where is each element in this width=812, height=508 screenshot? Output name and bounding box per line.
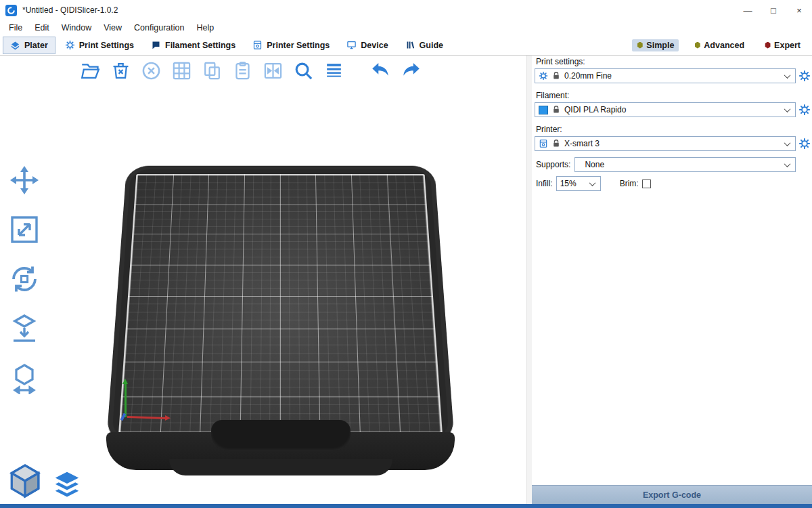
device-icon	[346, 40, 357, 50]
gizmo-toolbar	[7, 163, 42, 396]
rotate-icon	[8, 263, 41, 295]
delete-all-button[interactable]	[139, 59, 162, 82]
chevron-down-icon	[784, 161, 791, 167]
trash-icon	[110, 60, 131, 81]
arrange-button[interactable]	[170, 59, 193, 82]
filament-icon	[151, 40, 161, 50]
menu-view[interactable]: View	[97, 20, 128, 35]
bed-handle	[211, 420, 351, 451]
layer-height-icon	[323, 60, 344, 81]
window-title: *Untitled - QIDISlicer-1.0.2	[22, 5, 118, 15]
close-button[interactable]: ×	[786, 0, 812, 20]
infill-combo[interactable]: 15%	[556, 176, 601, 191]
print-bed-front	[106, 432, 455, 470]
paste-icon	[232, 60, 253, 81]
print-settings-gear-button[interactable]	[798, 70, 811, 82]
print-bed	[106, 166, 455, 444]
sidebar-scrollbar[interactable]	[526, 56, 532, 504]
settings-sidebar: Print settings: 0.20mm Fine Filament: QI…	[532, 56, 812, 504]
viewport-3d-canvas[interactable]	[0, 56, 526, 504]
place-on-face-gizmo-button[interactable]	[7, 311, 42, 346]
search-icon	[293, 60, 314, 81]
bed-handle-lip	[169, 459, 392, 475]
tab-device[interactable]: Device	[339, 37, 395, 54]
mode-expert[interactable]: Expert	[760, 39, 805, 51]
printer-gear-button[interactable]	[798, 137, 811, 150]
view-mode-buttons	[8, 463, 83, 500]
maximize-button[interactable]: □	[761, 0, 786, 20]
plater-toolbar	[78, 59, 422, 82]
chevron-down-icon	[589, 179, 595, 186]
undo-icon	[370, 60, 391, 81]
plater-icon	[10, 40, 20, 50]
mode-advanced[interactable]: Advanced	[690, 39, 749, 51]
infill-value: 15%	[560, 179, 577, 188]
size-icon	[8, 362, 41, 394]
rotate-gizmo-button[interactable]	[7, 261, 42, 297]
gear-icon	[798, 104, 811, 116]
editor-view-button[interactable]	[8, 463, 42, 500]
copy-button[interactable]	[200, 59, 223, 82]
printer-combo[interactable]: X-smart 3	[535, 136, 796, 151]
tab-guide[interactable]: Guide	[398, 37, 451, 54]
mode-switcher: Simple Advanced Expert	[632, 39, 812, 51]
gear-icon	[798, 137, 811, 150]
undo-button[interactable]	[369, 59, 392, 82]
redo-button[interactable]	[399, 59, 422, 82]
app-logo-icon	[5, 5, 17, 16]
filament-gear-button[interactable]	[798, 104, 811, 116]
filament-combo[interactable]: QIDI PLA Rapido	[535, 102, 796, 117]
variable-layer-height-button[interactable]	[322, 59, 345, 82]
search-button[interactable]	[292, 59, 315, 82]
printer-label: Printer:	[536, 125, 812, 134]
menu-file[interactable]: File	[3, 20, 28, 35]
sliced-layers-icon	[51, 469, 83, 500]
advanced-mode-dot-icon	[694, 42, 700, 49]
tab-plater[interactable]: Plater	[3, 37, 55, 54]
split-objects-icon	[263, 60, 284, 81]
menu-edit[interactable]: Edit	[28, 20, 55, 35]
scale-icon	[8, 213, 41, 246]
print-settings-combo[interactable]: 0.20mm Fine	[535, 68, 796, 83]
move-gizmo-button[interactable]	[7, 163, 42, 198]
folder-open-icon	[80, 60, 101, 81]
split-objects-button[interactable]	[261, 59, 284, 82]
filament-label: Filament:	[536, 91, 812, 100]
size-gizmo-button[interactable]	[7, 360, 42, 396]
menubar: File Edit Window View Configuration Help	[0, 20, 812, 35]
brim-checkbox[interactable]	[642, 179, 651, 188]
gear-icon	[539, 71, 548, 81]
lock-icon	[551, 71, 561, 81]
window-controls: — □ ×	[735, 0, 812, 20]
mode-simple[interactable]: Simple	[632, 39, 679, 51]
print-settings-value: 0.20mm Fine	[564, 71, 612, 81]
export-gcode-button[interactable]: Export G-code	[532, 485, 812, 504]
lock-icon	[551, 105, 561, 114]
menu-window[interactable]: Window	[55, 20, 97, 35]
paste-button[interactable]	[231, 59, 254, 82]
open-project-button[interactable]	[78, 59, 102, 82]
filament-color-swatch	[539, 106, 548, 114]
delete-all-icon	[141, 60, 162, 81]
expert-mode-dot-icon	[765, 42, 771, 49]
scale-gizmo-button[interactable]	[7, 212, 42, 247]
simple-mode-dot-icon	[637, 42, 643, 49]
tab-printer-settings[interactable]: Printer Settings	[245, 37, 337, 54]
preview-view-button[interactable]	[51, 469, 83, 500]
menu-help[interactable]: Help	[190, 20, 220, 35]
supports-value: None	[585, 160, 604, 169]
print-bed-plate	[118, 174, 443, 433]
delete-button[interactable]	[109, 59, 132, 82]
3d-cube-icon	[8, 463, 42, 500]
z-axis-indicator	[125, 383, 127, 417]
move-icon	[8, 164, 41, 196]
minimize-button[interactable]: —	[735, 0, 761, 20]
supports-label: Supports:	[536, 160, 570, 169]
supports-combo[interactable]: None	[574, 157, 796, 172]
printer-icon	[252, 40, 263, 50]
chevron-down-icon	[784, 106, 791, 112]
lock-icon	[551, 139, 561, 148]
tab-filament-settings[interactable]: Filament Settings	[143, 37, 243, 54]
tab-print-settings[interactable]: Print Settings	[58, 37, 141, 54]
menu-configuration[interactable]: Configuration	[128, 20, 190, 35]
